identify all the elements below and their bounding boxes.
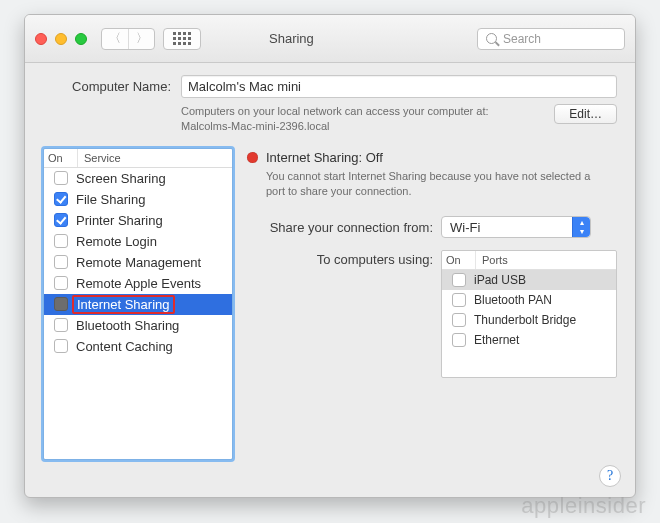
minimize-icon[interactable] (55, 33, 67, 45)
port-row[interactable]: iPad USB (442, 270, 616, 290)
service-row[interactable]: Printer Sharing (44, 210, 232, 231)
to-using-label: To computers using: (247, 250, 433, 267)
checkbox-icon (54, 339, 68, 353)
close-icon[interactable] (35, 33, 47, 45)
port-row[interactable]: Ethernet (442, 330, 616, 350)
service-label: Remote Apple Events (72, 276, 201, 291)
service-label: File Sharing (72, 192, 145, 207)
service-checkbox[interactable] (50, 255, 72, 269)
port-checkbox[interactable] (448, 333, 470, 347)
port-label: iPad USB (470, 273, 526, 287)
status-title: Internet Sharing: Off (266, 150, 606, 165)
share-from-label: Share your connection from: (247, 220, 433, 235)
port-checkbox[interactable] (448, 273, 470, 287)
forward-button[interactable]: 〉 (128, 29, 154, 49)
share-from-value: Wi-Fi (450, 220, 480, 235)
service-checkbox[interactable] (50, 171, 72, 185)
chevron-right-icon: 〉 (136, 30, 148, 47)
back-button[interactable]: 〈 (102, 29, 128, 49)
service-label: Internet Sharing (72, 295, 175, 314)
service-label: Remote Login (72, 234, 157, 249)
share-from-select[interactable]: Wi-Fi ▴▾ (441, 216, 591, 238)
service-label: Bluetooth Sharing (72, 318, 179, 333)
service-label: Printer Sharing (72, 213, 163, 228)
services-table-header: On Service (44, 149, 232, 168)
search-icon (486, 33, 497, 44)
help-button[interactable]: ? (599, 465, 621, 487)
service-row[interactable]: Remote Management (44, 252, 232, 273)
checkbox-icon (452, 293, 466, 307)
checkbox-icon (54, 213, 68, 227)
zoom-icon[interactable] (75, 33, 87, 45)
ports-header-label: Ports (476, 251, 616, 269)
port-label: Bluetooth PAN (470, 293, 552, 307)
checkbox-icon (54, 192, 68, 206)
service-row[interactable]: Content Caching (44, 336, 232, 357)
status-indicator-icon (247, 152, 258, 163)
preferences-window: 〈 〉 Sharing Search Computer Name: Malcol… (24, 14, 636, 498)
traffic-lights (35, 33, 87, 45)
services-header-on: On (44, 149, 78, 167)
services-header-service: Service (78, 149, 232, 167)
service-checkbox[interactable] (50, 213, 72, 227)
checkbox-icon (452, 333, 466, 347)
service-row[interactable]: Remote Login (44, 231, 232, 252)
service-row[interactable]: Remote Apple Events (44, 273, 232, 294)
port-row[interactable]: Bluetooth PAN (442, 290, 616, 310)
checkbox-icon (54, 255, 68, 269)
service-row[interactable]: Internet Sharing (44, 294, 232, 315)
service-row[interactable]: File Sharing (44, 189, 232, 210)
grid-icon (173, 32, 191, 45)
chevron-left-icon: 〈 (109, 30, 121, 47)
checkbox-icon (54, 276, 68, 290)
service-checkbox[interactable] (50, 234, 72, 248)
checkbox-icon (452, 273, 466, 287)
computer-name-field[interactable]: Malcolm's Mac mini (181, 75, 617, 98)
service-checkbox[interactable] (50, 192, 72, 206)
nav-back-forward: 〈 〉 (101, 28, 155, 50)
service-checkbox[interactable] (50, 276, 72, 290)
pane-body: Computer Name: Malcolm's Mac mini Comput… (25, 63, 635, 470)
service-row[interactable]: Bluetooth Sharing (44, 315, 232, 336)
search-input[interactable]: Search (477, 28, 625, 50)
titlebar: 〈 〉 Sharing Search (25, 15, 635, 63)
edit-computer-name-button[interactable]: Edit… (554, 104, 617, 124)
checkbox-icon (452, 313, 466, 327)
checkbox-icon (54, 234, 68, 248)
port-label: Thunderbolt Bridge (470, 313, 576, 327)
computer-name-label: Computer Name: (43, 79, 171, 94)
checkbox-icon (54, 318, 68, 332)
checkbox-icon (54, 297, 68, 311)
services-table: On Service Screen SharingFile SharingPri… (43, 148, 233, 460)
service-label: Screen Sharing (72, 171, 166, 186)
search-placeholder: Search (503, 32, 541, 46)
service-checkbox[interactable] (50, 318, 72, 332)
port-row[interactable]: Thunderbolt Bridge (442, 310, 616, 330)
checkbox-icon (54, 171, 68, 185)
port-checkbox[interactable] (448, 293, 470, 307)
port-label: Ethernet (470, 333, 519, 347)
port-checkbox[interactable] (448, 313, 470, 327)
show-all-button[interactable] (163, 28, 201, 50)
service-label: Content Caching (72, 339, 173, 354)
ports-header-on: On (442, 251, 476, 269)
window-title: Sharing (269, 31, 314, 46)
select-stepper-icon: ▴▾ (572, 217, 590, 237)
ports-table-header: On Ports (442, 251, 616, 270)
service-checkbox[interactable] (50, 339, 72, 353)
ports-table: On Ports iPad USBBluetooth PANThunderbol… (441, 250, 617, 378)
computer-name-hint: Computers on your local network can acce… (181, 104, 489, 134)
service-checkbox[interactable] (50, 297, 72, 311)
service-label: Remote Management (72, 255, 201, 270)
service-row[interactable]: Screen Sharing (44, 168, 232, 189)
service-detail: Internet Sharing: Off You cannot start I… (247, 148, 617, 460)
status-description: You cannot start Internet Sharing becaus… (266, 169, 606, 199)
